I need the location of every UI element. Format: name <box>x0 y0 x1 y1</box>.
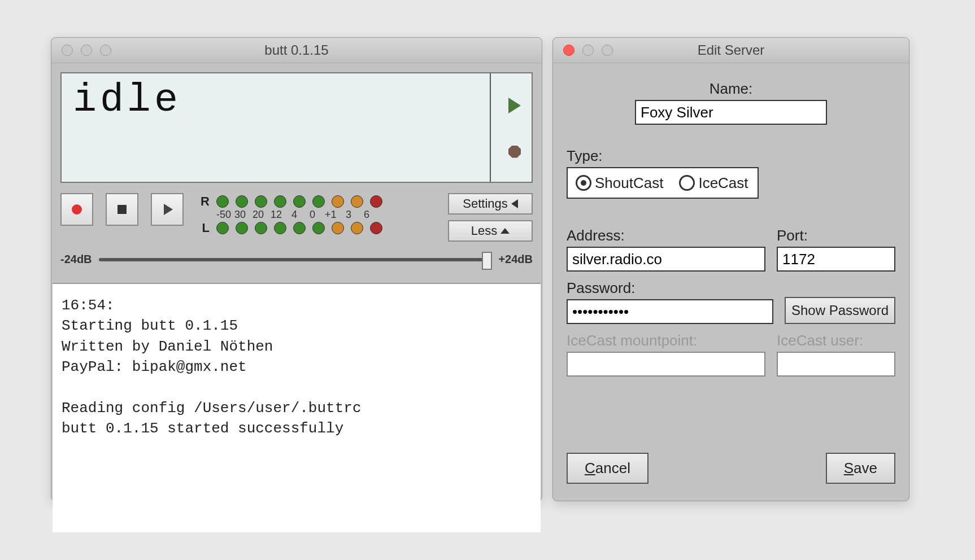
icecast-user-label: IceCast user: <box>777 332 895 349</box>
address-label: Address: <box>567 227 765 244</box>
main-window: butt 0.1.15 idle R -5030201240+136 L <box>51 37 542 501</box>
less-label: Less <box>471 224 497 238</box>
icecast-mount-label: IceCast mountpoint: <box>567 332 765 349</box>
meter-dots-right <box>216 195 382 208</box>
type-radio-group: ShoutCast IceCast <box>567 167 759 199</box>
gain-slider[interactable] <box>99 258 492 261</box>
password-input[interactable] <box>567 299 773 324</box>
log-output: 16:54: Starting butt 0.1.15 Written by D… <box>53 283 541 532</box>
gain-min-label: -24dB <box>60 253 92 266</box>
play-button[interactable] <box>151 193 184 226</box>
chevron-left-icon <box>511 199 518 208</box>
traffic-lights-main <box>51 45 111 56</box>
minimize-icon[interactable] <box>81 45 92 56</box>
save-rest: ave <box>854 460 877 476</box>
radio-icon <box>679 175 695 191</box>
radio-icon <box>576 175 591 191</box>
meter-dots-left <box>216 222 382 234</box>
record-button[interactable] <box>60 193 93 226</box>
cancel-button[interactable]: Cancel <box>567 453 648 484</box>
main-titlebar: butt 0.1.15 <box>51 38 542 63</box>
record-icon <box>72 204 82 215</box>
password-label: Password: <box>567 279 773 297</box>
port-input[interactable] <box>777 247 895 272</box>
gain-max-label: +24dB <box>498 253 533 266</box>
type-label: Type: <box>567 147 895 165</box>
channel-left-label: L <box>196 221 210 235</box>
settings-label: Settings <box>463 196 508 211</box>
stop-button[interactable] <box>106 193 138 226</box>
stream-record-icon[interactable] <box>508 146 521 158</box>
lcd-status-text: idle <box>62 73 491 182</box>
lcd-side-icons <box>498 73 532 182</box>
chevron-up-icon <box>500 228 510 234</box>
play-icon <box>164 204 173 215</box>
less-button[interactable]: Less <box>448 220 533 242</box>
meter-scale: -5030201240+136 <box>216 209 436 221</box>
minimize-icon[interactable] <box>582 45 594 56</box>
lcd-display: idle <box>60 72 533 183</box>
stop-icon <box>117 205 127 214</box>
cancel-rest: ancel <box>595 460 630 476</box>
edit-server-dialog: Edit Server Name: Type: ShoutCast IceCas… <box>552 37 909 501</box>
close-icon[interactable] <box>563 45 574 56</box>
port-label: Port: <box>777 227 895 244</box>
main-window-title: butt 0.1.15 <box>51 42 542 58</box>
icecast-mount-input <box>567 352 765 377</box>
gain-thumb[interactable] <box>482 252 492 270</box>
close-icon[interactable] <box>62 45 73 56</box>
show-password-button[interactable]: Show Password <box>785 297 895 324</box>
icecast-user-input <box>777 352 895 377</box>
settings-button[interactable]: Settings <box>448 193 533 215</box>
radio-icecast[interactable]: IceCast <box>679 174 748 192</box>
address-input[interactable] <box>567 247 765 272</box>
gain-slider-row: -24dB +24dB <box>60 253 533 266</box>
zoom-icon[interactable] <box>100 45 111 56</box>
name-input[interactable] <box>635 100 827 125</box>
zoom-icon[interactable] <box>602 45 613 56</box>
channel-right-label: R <box>196 194 210 209</box>
radio-shoutcast[interactable]: ShoutCast <box>576 174 663 192</box>
dialog-titlebar: Edit Server <box>553 38 909 63</box>
traffic-lights-dialog <box>553 45 613 56</box>
save-button[interactable]: Save <box>826 453 895 484</box>
vu-meter: R -5030201240+136 L <box>196 193 436 235</box>
name-label: Name: <box>567 80 895 98</box>
stream-play-icon[interactable] <box>508 98 521 113</box>
